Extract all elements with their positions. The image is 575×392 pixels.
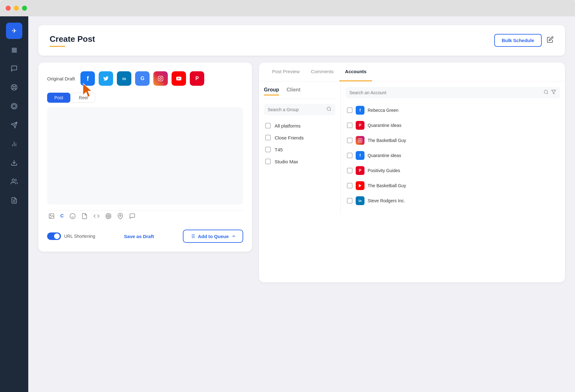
accounts-search-icon[interactable] [544, 90, 549, 96]
platform-google[interactable]: G [135, 71, 150, 86]
post-textarea[interactable] [47, 107, 243, 204]
platform-linkedin[interactable]: in [117, 71, 131, 86]
sidebar-item-send[interactable]: ✈ [6, 23, 22, 39]
group-item-close-friends[interactable]: Close Friends [264, 132, 335, 144]
svg-point-12 [12, 179, 14, 181]
close-button[interactable] [6, 6, 11, 11]
accounts-filter-icon[interactable] [551, 90, 556, 96]
account-item-basketball-ig[interactable]: The Basketball Guy [346, 133, 560, 148]
image-icon[interactable] [48, 213, 55, 221]
platform-facebook[interactable]: f [80, 71, 95, 86]
checkbox-quarantine-ideas[interactable] [347, 122, 353, 128]
sidebar-item-analytics[interactable] [6, 136, 22, 152]
bulk-schedule-button[interactable]: Bulk Schedule [494, 34, 542, 47]
page-header: Create Post Bulk Schedule [38, 25, 565, 56]
group-label-studio-max: Studio Max [275, 159, 298, 164]
sidebar-item-users[interactable] [6, 173, 22, 190]
sidebar-item-campaigns[interactable] [6, 117, 22, 133]
checkbox-steve-rodgers[interactable] [347, 198, 353, 204]
tab-accounts[interactable]: Accounts [339, 63, 372, 81]
group-search-input[interactable] [268, 107, 324, 112]
platform-row: Original Draft f in [47, 71, 243, 86]
account-item-steve-rodgers[interactable]: in Steve Rodgers Inc. [346, 193, 560, 208]
svg-point-28 [119, 215, 121, 216]
group-item-t45[interactable]: T45 [264, 144, 335, 155]
checkbox-studio-max[interactable] [265, 159, 271, 164]
group-section: Group Client [259, 81, 341, 214]
svg-point-27 [108, 215, 109, 216]
sidebar-item-downloads[interactable] [6, 155, 22, 171]
page-title-underline [50, 46, 65, 47]
account-name-rebecca-green: Rebecca Green [368, 108, 398, 113]
checkbox-close-friends[interactable] [265, 135, 271, 140]
fullscreen-button[interactable] [22, 6, 27, 11]
platform-youtube[interactable] [172, 71, 186, 86]
edit-icon-button[interactable] [547, 36, 554, 45]
cursor-arrow [83, 83, 96, 99]
title-bar [0, 0, 575, 16]
add-to-queue-button[interactable]: Add to Queue [183, 230, 243, 243]
svg-point-21 [50, 215, 51, 216]
svg-line-2 [12, 85, 14, 87]
checkbox-quarantine-ideas-fb[interactable] [347, 153, 353, 158]
accounts-search-input[interactable] [349, 90, 541, 95]
header-actions: Bulk Schedule [494, 34, 554, 47]
file-icon[interactable] [81, 213, 88, 221]
minimize-button[interactable] [14, 6, 19, 11]
url-shortening-toggle[interactable] [47, 232, 61, 240]
accounts-section: f Rebecca Green P Quarantine Ideas [341, 81, 565, 214]
save-draft-button[interactable]: Save as Draft [124, 234, 154, 239]
svg-line-38 [547, 93, 548, 94]
svg-rect-40 [358, 139, 362, 142]
account-name-steve-rodgers: Steve Rodgers Inc. [368, 198, 405, 203]
sidebar-item-dashboard[interactable]: ▦ [6, 41, 22, 58]
group-label-all-platforms: All platforms [275, 123, 301, 128]
main-content: Create Post Bulk Schedule Original Draft… [28, 16, 575, 392]
sidebar-item-reports[interactable] [6, 192, 22, 209]
checkbox-t45[interactable] [265, 147, 271, 152]
location-icon[interactable] [117, 213, 123, 221]
chat-icon[interactable] [129, 213, 135, 221]
emoji-icon[interactable] [69, 213, 76, 221]
svg-point-37 [544, 90, 548, 94]
checkbox-positivity-guides[interactable] [347, 168, 353, 173]
tab-comments[interactable]: Comments [305, 63, 340, 81]
group-item-all-platforms[interactable]: All platforms [264, 120, 335, 132]
account-item-quarantine-ideas-fb[interactable]: f Quarantine ideas [346, 148, 560, 163]
content-icon[interactable]: C [60, 213, 64, 221]
target-icon[interactable] [105, 213, 112, 221]
tab-group[interactable]: Group [264, 87, 279, 95]
svg-rect-16 [158, 76, 163, 81]
right-panel: Post Preview Comments Accounts [259, 63, 565, 282]
sidebar-item-support[interactable] [6, 98, 22, 114]
account-item-positivity-guides[interactable]: P Positivity Guides [346, 163, 560, 178]
account-name-quarantine-ideas: Quarantine Ideas [368, 123, 401, 128]
account-item-basketball-yt[interactable]: The Basketball Guy [346, 178, 560, 193]
tab-post-preview[interactable]: Post Preview [266, 63, 305, 81]
account-name-basketball-yt: The Basketball Guy [368, 183, 406, 188]
account-item-quarantine-ideas[interactable]: P Quarantine Ideas [346, 118, 560, 133]
checkbox-rebecca-green[interactable] [347, 107, 353, 113]
platform-instagram[interactable] [153, 71, 168, 86]
app-shell: ✈ ▦ Create Post [0, 16, 575, 392]
account-item-rebecca-green[interactable]: f Rebecca Green [346, 103, 560, 118]
platform-twitter[interactable] [99, 71, 113, 86]
group-item-studio-max[interactable]: Studio Max [264, 155, 335, 167]
account-platform-icon-steve-rodgers: in [356, 196, 364, 205]
platform-pinterest[interactable]: P [190, 71, 204, 86]
tab-client[interactable]: Client [287, 87, 300, 95]
svg-marker-42 [359, 184, 361, 188]
composer-toolbar: C [47, 210, 243, 223]
sidebar: ✈ ▦ [0, 16, 28, 392]
code-icon[interactable] [93, 213, 100, 221]
checkbox-basketball-yt[interactable] [347, 183, 353, 188]
page-title-wrap: Create Post [50, 34, 95, 47]
svg-point-17 [160, 78, 162, 79]
add-to-queue-label: Add to Queue [198, 234, 229, 239]
tab-post[interactable]: Post [47, 93, 70, 103]
sidebar-item-inbox[interactable] [6, 60, 22, 77]
checkbox-all-platforms[interactable] [265, 123, 271, 128]
group-search-icon[interactable] [326, 106, 331, 113]
sidebar-item-network[interactable] [6, 79, 22, 95]
checkbox-basketball-ig[interactable] [347, 138, 353, 143]
